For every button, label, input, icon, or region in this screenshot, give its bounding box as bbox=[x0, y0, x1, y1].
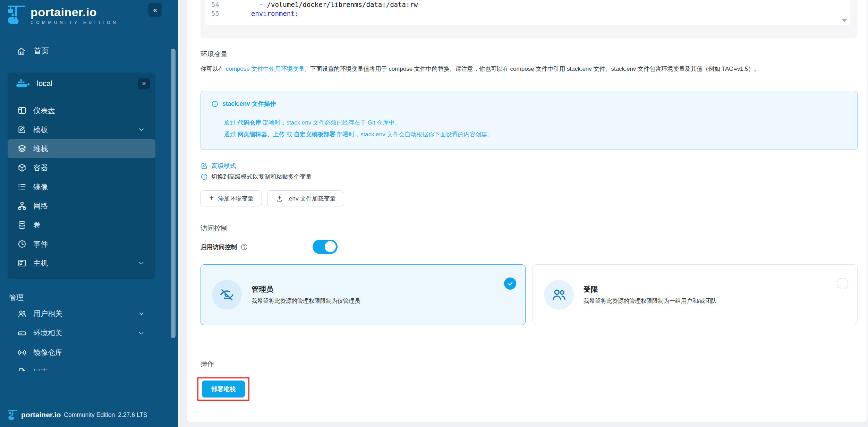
sidebar-item-registries[interactable]: 镜像仓库 bbox=[0, 343, 178, 362]
editor-line-numbers: 53 54 55 bbox=[205, 0, 226, 25]
selected-check-badge[interactable] bbox=[504, 277, 516, 290]
compose-code-editor[interactable]: 53 54 55 volumes: - /volume1/docker/libr… bbox=[205, 0, 850, 25]
app-subtitle: COMMUNITY EDITION bbox=[31, 20, 118, 25]
sidebar-item-volumes[interactable]: 卷 bbox=[8, 215, 155, 234]
load-env-file-button[interactable]: .env 文件加载变量 bbox=[267, 190, 344, 206]
edit-icon bbox=[201, 162, 208, 170]
hard-drive-icon bbox=[17, 328, 27, 338]
chevron-down-icon bbox=[138, 330, 145, 337]
environment-menu: 仪表盘 模板 堆栈 容器 bbox=[8, 95, 155, 273]
toggle-knob bbox=[325, 241, 336, 252]
check-icon bbox=[507, 280, 514, 287]
eye-off-icon bbox=[219, 287, 235, 303]
info-circle-icon bbox=[211, 100, 219, 108]
sidebar-item-users[interactable]: 用户相关 bbox=[0, 304, 178, 323]
compose-env-vars-link[interactable]: compose 文件中使用环境变量 bbox=[226, 66, 305, 72]
file-icon bbox=[17, 367, 27, 372]
close-icon: × bbox=[142, 80, 146, 87]
sidebar-collapse-button[interactable]: « bbox=[148, 3, 162, 17]
yaml-key: environment: bbox=[251, 10, 299, 17]
sidebar-item-label: 容器 bbox=[33, 163, 48, 173]
layers-icon bbox=[17, 144, 27, 153]
chevron-down-icon bbox=[138, 126, 145, 133]
sidebar-item-images[interactable]: 镜像 bbox=[8, 177, 155, 196]
sidebar-header: portainer.io COMMUNITY EDITION « bbox=[0, 0, 178, 25]
deploy-stack-button[interactable]: 部署堆栈 bbox=[202, 381, 245, 398]
sidebar-item-label: 仪表盘 bbox=[33, 106, 55, 116]
admin-menu: 用户相关 环境相关 镜像仓库 日志 bbox=[0, 304, 178, 371]
radio-unselected[interactable] bbox=[837, 278, 848, 289]
docker-icon bbox=[16, 78, 30, 89]
compose-editor-widget: 53 54 55 volumes: - /volume1/docker/libr… bbox=[201, 0, 858, 38]
portainer-logo-icon bbox=[6, 4, 26, 25]
sidebar-item-stacks[interactable]: 堆栈 bbox=[8, 139, 155, 158]
yaml-value: - /volume1/docker/librenms/data:/data:rw bbox=[259, 1, 418, 8]
access-control-options: 管理员 我希望将此资源的管理权限限制为仅管理员 受限 我希望将此资源的管理权限限… bbox=[201, 264, 858, 325]
option-title: 管理员 bbox=[252, 284, 360, 294]
sidebar-item-home[interactable]: 首页 bbox=[0, 42, 178, 60]
section-title-access-control: 访问控制 bbox=[201, 223, 858, 233]
admin-section-label: 管理 bbox=[9, 293, 178, 303]
access-option-restricted[interactable]: 受限 我希望将此资源的管理权限限制为一组用户和/或团队 bbox=[533, 264, 858, 325]
sidebar-item-dashboard[interactable]: 仪表盘 bbox=[8, 101, 155, 120]
sidebar-item-containers[interactable]: 容器 bbox=[8, 158, 155, 177]
environment-close-button[interactable]: × bbox=[138, 78, 150, 89]
advanced-mode-label: 高级模式 bbox=[212, 162, 236, 170]
sidebar-scrollbar[interactable] bbox=[171, 49, 176, 338]
environment-name: local bbox=[37, 79, 52, 88]
line-number: 54 bbox=[205, 0, 226, 9]
footer-version: 2.27.6 LTS bbox=[118, 411, 147, 419]
option-description: 我希望将此资源的管理权限限制为仅管理员 bbox=[252, 297, 360, 305]
editor-scroll-down-arrow[interactable] bbox=[842, 19, 847, 22]
sidebar: portainer.io COMMUNITY EDITION « 首页 loca… bbox=[0, 0, 178, 427]
chevron-down-icon bbox=[138, 259, 145, 267]
users-icon-circle bbox=[544, 280, 574, 310]
deploy-highlight-annotation: 部署堆栈 bbox=[197, 377, 249, 401]
help-circle-icon[interactable] bbox=[240, 243, 248, 251]
logo-text: portainer.io COMMUNITY EDITION bbox=[31, 4, 118, 25]
sidebar-item-templates[interactable]: 模板 bbox=[8, 120, 155, 139]
sidebar-item-networks[interactable]: 网络 bbox=[8, 196, 155, 215]
sidebar-item-label: 用户相关 bbox=[33, 309, 62, 318]
sidebar-item-label: 模板 bbox=[33, 125, 48, 135]
access-control-toggle-row: 启用访问控制 bbox=[201, 240, 858, 254]
access-control-toggle[interactable] bbox=[313, 240, 338, 254]
alert-line: 通过 网页编辑器、上传 或 自定义模板部署 部署时，stack.env 文件会自… bbox=[224, 129, 848, 140]
sidebar-item-events[interactable]: 事件 bbox=[8, 234, 155, 254]
sidebar-item-label: 日志 bbox=[33, 367, 48, 371]
broadcast-icon bbox=[17, 348, 27, 357]
users-icon bbox=[551, 287, 567, 303]
line-number: 55 bbox=[205, 9, 226, 18]
collapse-icon: « bbox=[153, 6, 157, 14]
access-option-administrators[interactable]: 管理员 我希望将此资源的管理权限限制为仅管理员 bbox=[201, 264, 526, 325]
footer-brand: portainer.io bbox=[21, 411, 61, 419]
environment-variables-description: 你可以在 compose 文件中使用环境变量。下面设置的环境变量值将用于 com… bbox=[201, 63, 858, 75]
editor-code: volumes: - /volume1/docker/librenms/data… bbox=[226, 0, 418, 25]
add-env-var-button[interactable]: + 添加环境变量 bbox=[201, 190, 262, 206]
sidebar-item-logs[interactable]: 日志 bbox=[0, 362, 178, 371]
section-title-environment-variables: 环境变量 bbox=[201, 50, 858, 59]
sidebar-item-label: 主机 bbox=[33, 258, 48, 268]
chevron-down-icon bbox=[138, 310, 145, 317]
advanced-mode-note: 切换到高级模式以复制和粘贴多个变量 bbox=[201, 173, 858, 181]
sidebar-item-label: 卷 bbox=[33, 220, 41, 230]
stack-form-card: 53 54 55 volumes: - /volume1/docker/libr… bbox=[187, 0, 867, 422]
main-area: 53 54 55 volumes: - /volume1/docker/libr… bbox=[178, 0, 868, 427]
sidebar-footer: portainer.io Community Edition 2.27.6 LT… bbox=[0, 403, 178, 427]
list-icon bbox=[17, 182, 27, 191]
environment-header[interactable]: local × bbox=[8, 72, 155, 95]
env-var-buttons: + 添加环境变量 .env 文件加载变量 bbox=[201, 190, 858, 206]
clock-icon bbox=[17, 239, 27, 249]
sidebar-item-label: 镜像仓库 bbox=[33, 348, 62, 357]
option-title: 受限 bbox=[584, 284, 717, 294]
sidebar-item-label: 镜像 bbox=[33, 182, 48, 192]
enable-access-control-label: 启用访问控制 bbox=[201, 243, 237, 251]
dashboard-icon bbox=[17, 106, 27, 115]
sidebar-item-environments[interactable]: 环境相关 bbox=[0, 323, 178, 343]
info-circle-icon bbox=[201, 173, 208, 180]
plus-icon: + bbox=[209, 194, 214, 202]
edit-icon bbox=[17, 125, 27, 134]
advanced-mode-link[interactable]: 高级模式 bbox=[201, 162, 236, 170]
sidebar-item-host[interactable]: 主机 bbox=[8, 254, 155, 273]
environment-block: local × 仪表盘 模板 bbox=[8, 72, 155, 279]
